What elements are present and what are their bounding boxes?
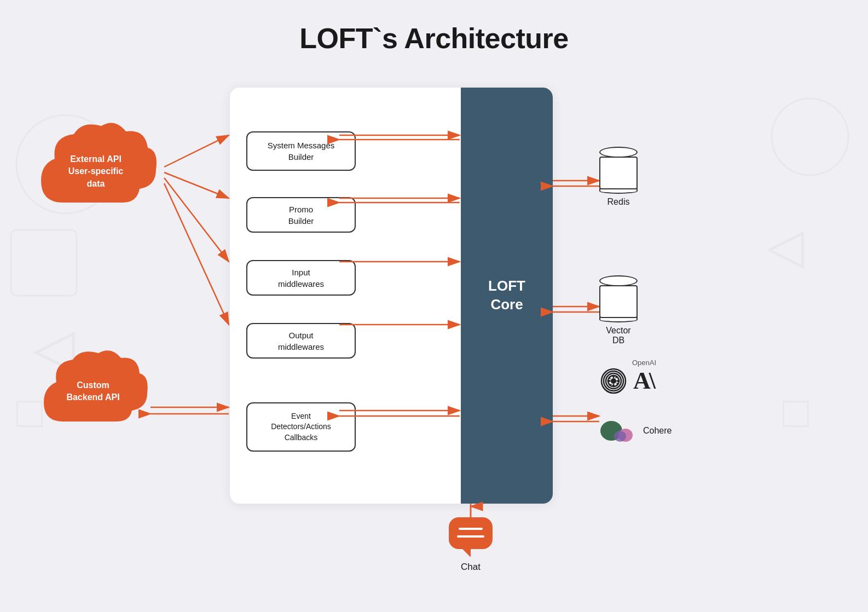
custom-backend-label: CustomBackend API (36, 379, 151, 404)
external-api-cloud: External APIUser-specificdata (30, 115, 161, 224)
redis-cylinder-body (599, 157, 638, 189)
svg-line-13 (164, 178, 229, 262)
loft-core-label: LOFTCore (488, 277, 525, 314)
svg-point-36 (614, 431, 626, 442)
svg-marker-40 (462, 549, 471, 557)
chat-icon (446, 515, 495, 558)
openai-logo (599, 367, 628, 397)
system-messages-box: System MessagesBuilder (246, 131, 356, 171)
input-middlewares-box: Inputmiddlewares (246, 260, 356, 296)
redis-cylinder-top (599, 147, 638, 158)
vector-db-label: VectorDB (606, 326, 630, 345)
promo-builder-box: PromoBuilder (246, 197, 356, 233)
anthropic-logo: A\ (633, 367, 654, 395)
vector-db-component: VectorDB (599, 275, 638, 345)
main-box: LOFTCore System MessagesBuilder PromoBui… (230, 88, 553, 504)
openai-label: OpenAI (632, 359, 656, 367)
diagram: LOFTCore System MessagesBuilder PromoBui… (0, 71, 868, 612)
vector-db-cylinder-body (599, 285, 638, 318)
custom-backend-cloud: CustomBackend API (36, 345, 151, 438)
chat-label: Chat (461, 562, 481, 573)
cohere-label: Cohere (643, 426, 672, 436)
output-middlewares-box: Outputmiddlewares (246, 323, 356, 359)
svg-line-12 (164, 172, 229, 198)
external-api-label: External APIUser-specificdata (30, 153, 161, 190)
svg-line-14 (164, 183, 229, 325)
loft-core: LOFTCore (461, 88, 553, 504)
redis-component: Redis (599, 147, 638, 207)
chat-bubble[interactable]: Chat (446, 515, 495, 573)
svg-point-33 (611, 378, 616, 384)
redis-label: Redis (607, 197, 630, 207)
cohere-area: Cohere (599, 419, 672, 443)
vector-db-cylinder-top (599, 275, 638, 286)
event-detectors-box: EventDetectors/ActionsCallbacks (246, 402, 356, 452)
svg-line-11 (164, 135, 229, 167)
svg-rect-37 (449, 517, 493, 549)
page-title: LOFT`s Architecture (0, 0, 868, 55)
